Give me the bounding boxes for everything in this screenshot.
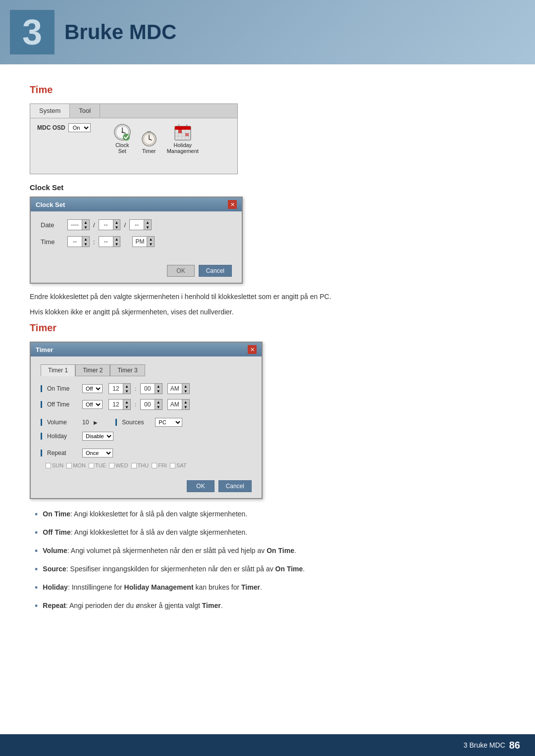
time-min-spin-btns[interactable]: ▲ ▼ [113,237,120,247]
timer-tab-1[interactable]: Timer 1 [41,364,75,376]
day-thu-check[interactable] [131,463,137,468]
date-year-spin-btns[interactable]: ▲ ▼ [82,220,89,230]
day-sun[interactable]: SUN [46,462,63,468]
date-sep2: / [122,221,127,229]
time-min-spin[interactable]: -- ▲ ▼ [99,236,121,247]
date-month-down[interactable]: ▼ [113,225,120,230]
on-time-min-down[interactable]: ▼ [155,389,162,394]
svg-rect-23 [178,130,182,133]
timer-ok-button[interactable]: OK [187,480,214,492]
timer-close-button[interactable]: ✕ [248,345,257,354]
off-time-hour-down[interactable]: ▼ [123,404,130,409]
holiday-label-line1: Holiday [173,142,192,148]
off-time-min-down[interactable]: ▼ [155,404,162,409]
day-thu[interactable]: THU [131,462,149,468]
on-time-ampm-up[interactable]: ▲ [182,384,189,389]
tab-system[interactable]: System [30,104,70,118]
day-tue[interactable]: TUE [89,462,106,468]
day-wed[interactable]: WED [109,462,128,468]
time-min-down[interactable]: ▼ [113,242,120,247]
off-time-ampm-spin[interactable]: AM ▲ ▼ [167,399,190,410]
bullet-holiday: • Holiday: Innstillingene for Holiday Ma… [35,582,505,595]
holiday-select[interactable]: Disable Enable [82,432,113,441]
day-sat-check[interactable] [170,463,175,468]
mdc-osd-select[interactable]: On Off [68,123,91,132]
on-time-hour-up[interactable]: ▲ [123,384,130,389]
on-time-hour-spin[interactable]: 12 ▲ ▼ [108,383,131,394]
holiday-icon-item[interactable]: Holiday Management [167,123,199,154]
on-time-min-spin[interactable]: 00 ▲ ▼ [140,383,162,394]
icons-row: Clock Set Timer [113,123,199,154]
time-ampm-up[interactable]: ▲ [147,237,154,242]
timer-tab-3[interactable]: Timer 3 [110,364,145,376]
date-month-spin-btns[interactable]: ▲ ▼ [113,220,120,230]
day-fri-check[interactable] [152,463,157,468]
off-time-select[interactable]: Off On [82,400,103,409]
on-time-select[interactable]: Off On [82,384,103,393]
off-time-label: Off Time [47,401,79,408]
timer-cancel-button[interactable]: Cancel [218,480,252,492]
date-day-up[interactable]: ▲ [144,220,151,225]
time-hour-spin[interactable]: -- ▲ ▼ [67,236,90,247]
date-day-spin[interactable]: -- ▲ ▼ [129,219,152,230]
volume-value: 10 [82,419,89,426]
date-year-down[interactable]: ▼ [82,225,89,230]
off-time-hour-btns[interactable]: ▲ ▼ [123,400,130,409]
time-hour-up[interactable]: ▲ [82,237,89,242]
on-time-min-up[interactable]: ▲ [155,384,162,389]
day-wed-check[interactable] [109,463,114,468]
timer-icon [140,129,158,147]
timer-section-heading: Timer [30,322,505,334]
date-day-down[interactable]: ▼ [144,225,151,230]
repeat-select[interactable]: Once Daily Weekly [82,449,113,457]
time-min-up[interactable]: ▲ [113,237,120,242]
tab-tool[interactable]: Tool [70,104,100,118]
on-time-min-btns[interactable]: ▲ ▼ [155,384,162,394]
timer-tab-2[interactable]: Timer 2 [75,364,110,376]
clock-icon [113,123,131,141]
date-year-spin[interactable]: ---- ▲ ▼ [67,219,90,230]
day-fri[interactable]: FRI [152,462,167,468]
day-tue-check[interactable] [89,463,94,468]
date-year-up[interactable]: ▲ [82,220,89,225]
date-month-up[interactable]: ▲ [113,220,120,225]
time-ampm-spin[interactable]: PM ▲ ▼ [132,236,155,247]
off-time-hour-spin[interactable]: 12 ▲ ▼ [108,399,131,410]
clock-set-icon-item[interactable]: Clock Set [113,123,131,154]
on-time-hour-down[interactable]: ▼ [123,389,130,394]
clock-set-ok-button[interactable]: OK [167,265,194,277]
off-time-ampm-down[interactable]: ▼ [182,404,189,409]
clock-set-cancel-button[interactable]: Cancel [199,265,232,277]
on-time-ampm-spin[interactable]: AM ▲ ▼ [167,383,190,394]
off-time-min-val: 00 [141,401,155,408]
sources-select[interactable]: PC HDMI [155,418,182,427]
off-time-min-up[interactable]: ▲ [155,400,162,404]
clock-set-close-button[interactable]: ✕ [228,200,237,209]
mdc-osd-label: MDC OSD [37,124,65,131]
day-mon[interactable]: MON [66,462,86,468]
time-ampm-value: PM [133,238,147,246]
day-sun-check[interactable] [46,463,51,468]
time-ampm-spin-btns[interactable]: ▲ ▼ [147,237,154,247]
day-sat[interactable]: SAT [170,462,187,468]
date-month-spin[interactable]: -- ▲ ▼ [99,219,121,230]
day-mon-check[interactable] [66,463,72,468]
off-time-hour-up[interactable]: ▲ [123,400,130,404]
off-time-ampm-btns[interactable]: ▲ ▼ [182,400,189,409]
on-time-ampm-btns[interactable]: ▲ ▼ [182,384,189,394]
date-day-spin-btns[interactable]: ▲ ▼ [144,220,151,230]
on-time-ampm-down[interactable]: ▼ [182,389,189,394]
off-time-ampm-up[interactable]: ▲ [182,400,189,404]
off-time-min-btns[interactable]: ▲ ▼ [155,400,162,409]
off-time-ampm-val: AM [168,401,182,408]
time-hour-down[interactable]: ▼ [82,242,89,247]
system-panel: System Tool MDC OSD On Off [30,103,238,174]
time-ampm-down[interactable]: ▼ [147,242,154,247]
on-time-hour-btns[interactable]: ▲ ▼ [123,384,130,394]
clock-set-heading: Clock Set [30,183,505,192]
holiday-label-line2: Management [167,148,199,154]
time-hour-spin-btns[interactable]: ▲ ▼ [82,237,89,247]
time-section-heading: Time [30,84,505,96]
off-time-min-spin[interactable]: 00 ▲ ▼ [140,399,162,410]
timer-icon-item[interactable]: Timer [140,129,158,154]
